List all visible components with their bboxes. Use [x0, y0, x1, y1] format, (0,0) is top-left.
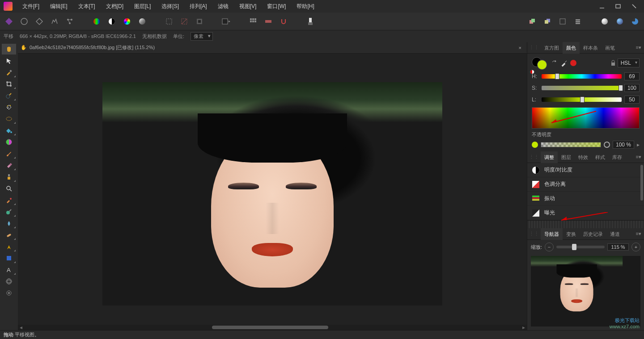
- menu-帮助[interactable]: 帮助[H]: [291, 0, 319, 13]
- units-select[interactable]: 像素: [191, 32, 213, 41]
- opacity-slider[interactable]: [541, 142, 601, 147]
- menu-窗口[interactable]: 窗口[W]: [262, 0, 291, 13]
- paint-brush-tool[interactable]: [2, 148, 16, 159]
- guides-icon[interactable]: [262, 15, 275, 28]
- marquee-icon[interactable]: [163, 15, 175, 28]
- arrange-front-icon[interactable]: [526, 15, 538, 28]
- persona-photo-icon[interactable]: [3, 15, 15, 28]
- add-layer-icon[interactable]: [556, 15, 569, 28]
- document-tab-title[interactable]: 0af6eb24c5182e7f405855fc5fcf80b.jpg [已修改…: [30, 44, 155, 51]
- flood-select-tool[interactable]: [2, 102, 16, 113]
- shape3-icon[interactable]: [629, 15, 641, 28]
- persona-liquify-icon[interactable]: [18, 15, 30, 28]
- nav-tab-3[interactable]: 通道: [606, 228, 623, 240]
- mesh-tool[interactable]: [2, 276, 16, 287]
- hue-slider[interactable]: [542, 74, 622, 79]
- marquee-tool[interactable]: [2, 113, 16, 124]
- menu-文件[interactable]: 文件[F]: [17, 0, 45, 13]
- nav-tab-1[interactable]: 变换: [563, 228, 580, 240]
- color-tab-1[interactable]: 颜色: [563, 42, 580, 54]
- opacity-dropdown-icon[interactable]: ▸: [637, 142, 640, 148]
- adjustment-0[interactable]: 明度/对比度: [527, 163, 644, 177]
- color-menu-icon[interactable]: ≡▾: [633, 45, 644, 50]
- shape-tool[interactable]: [2, 253, 16, 264]
- auto-wb-icon[interactable]: [136, 15, 148, 28]
- sat-value[interactable]: 100: [624, 84, 640, 92]
- sample-color-icon[interactable]: [570, 60, 576, 66]
- nav-tab-0[interactable]: 导航器: [541, 228, 563, 240]
- color-tab-3[interactable]: 画笔: [602, 42, 619, 54]
- gradient-tool[interactable]: [2, 137, 16, 147]
- color-mode-select[interactable]: HSL: [618, 59, 640, 67]
- swap-colors-icon[interactable]: [551, 59, 559, 67]
- zoom-tool[interactable]: [2, 183, 16, 194]
- color-picker-tool[interactable]: [2, 67, 16, 78]
- grid-icon[interactable]: [247, 15, 259, 28]
- adjustment-1[interactable]: 色调分离: [527, 177, 644, 192]
- text-tool[interactable]: A: [2, 264, 16, 275]
- menu-视图[interactable]: 视图[V]: [234, 0, 262, 13]
- adjustment-3[interactable]: 曝光: [527, 206, 644, 220]
- window-maximize[interactable]: [610, 0, 626, 13]
- zoom-out-button[interactable]: −: [545, 243, 554, 251]
- shape2-icon[interactable]: [614, 15, 626, 28]
- persona-export-icon[interactable]: [64, 15, 76, 28]
- persona-develop-icon[interactable]: [33, 15, 46, 28]
- deselect-icon[interactable]: [178, 15, 191, 28]
- fill-tool[interactable]: [2, 125, 16, 136]
- adj-tab-4[interactable]: 库存: [609, 151, 626, 163]
- move-tool[interactable]: [2, 55, 16, 66]
- pen-tool[interactable]: [2, 241, 16, 252]
- dodge-tool[interactable]: [2, 206, 16, 217]
- menu-排列[interactable]: 排列[A]: [184, 0, 212, 13]
- invert-select-icon[interactable]: [193, 15, 206, 28]
- zoom-slider[interactable]: [556, 246, 605, 248]
- navigator-thumbnail[interactable]: [531, 256, 640, 326]
- horizontal-scrollbar[interactable]: ◂▸: [18, 325, 527, 330]
- stack-icon[interactable]: [572, 15, 584, 28]
- document-tab-close[interactable]: ×: [516, 45, 524, 50]
- sat-slider[interactable]: [542, 86, 622, 90]
- canvas[interactable]: [18, 54, 527, 325]
- hue-value[interactable]: 69: [624, 72, 640, 80]
- eyedropper-icon[interactable]: [560, 59, 568, 67]
- color-field[interactable]: [532, 107, 640, 129]
- color-tab-2[interactable]: 样本条: [580, 42, 602, 54]
- erase-tool[interactable]: [2, 160, 16, 171]
- crop-tool[interactable]: [2, 79, 16, 89]
- adjustments-scrollbar[interactable]: [640, 165, 643, 201]
- adj-tab-1[interactable]: 图层: [558, 151, 575, 163]
- shape1-icon[interactable]: [598, 15, 611, 28]
- adj-tab-2[interactable]: 特效: [575, 151, 592, 163]
- zoom-value[interactable]: 115 %: [607, 243, 629, 251]
- crop-mode-icon[interactable]: [220, 15, 233, 28]
- inpaint-tool[interactable]: [2, 195, 16, 205]
- adj-menu-icon[interactable]: ≡▾: [633, 154, 644, 160]
- blur-tool[interactable]: [2, 218, 16, 229]
- menu-文本[interactable]: 文本[T]: [73, 0, 101, 13]
- menu-文档[interactable]: 文档[D]: [101, 0, 129, 13]
- menu-图层[interactable]: 图层[L]: [129, 0, 156, 13]
- menu-编辑[interactable]: 编辑[E]: [45, 0, 73, 13]
- arrange-back-icon[interactable]: [541, 15, 554, 28]
- auto-levels-icon[interactable]: [90, 15, 103, 28]
- window-close[interactable]: [626, 0, 642, 13]
- menu-滤镜[interactable]: 滤镜: [212, 0, 234, 13]
- nav-menu-icon[interactable]: ≡▾: [633, 231, 644, 237]
- menu-选择[interactable]: 选择[S]: [156, 0, 184, 13]
- thumbnail-strip[interactable]: [527, 220, 644, 228]
- heal-tool[interactable]: [2, 230, 16, 240]
- auto-colors-icon[interactable]: [121, 15, 133, 28]
- auto-contrast-icon[interactable]: [106, 15, 118, 28]
- lig-value[interactable]: 50: [624, 96, 640, 104]
- nav-tab-2[interactable]: 历史记录: [580, 228, 606, 240]
- selection-brush-tool[interactable]: [2, 90, 16, 101]
- window-minimize[interactable]: [594, 0, 610, 13]
- assistant-icon[interactable]: [304, 15, 317, 28]
- opacity-value[interactable]: 100 %: [613, 141, 634, 149]
- persona-tone-icon[interactable]: [48, 15, 61, 28]
- lock-icon[interactable]: [610, 60, 616, 66]
- opacity-handle[interactable]: [604, 142, 610, 148]
- snap-icon[interactable]: [277, 15, 290, 28]
- adj-tab-0[interactable]: 调整: [541, 151, 558, 163]
